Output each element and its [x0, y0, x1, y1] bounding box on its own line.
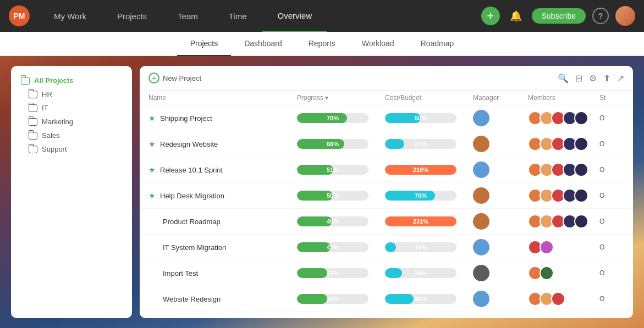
subscribe-button[interactable]: Subscribe — [532, 8, 586, 24]
members-cell — [528, 292, 599, 306]
logo[interactable]: PM — [9, 5, 30, 26]
help-button[interactable]: ? — [592, 8, 609, 24]
members-cell — [528, 214, 599, 229]
star-icon[interactable]: ★ — [148, 165, 156, 174]
member-avatar — [574, 214, 588, 229]
folder-icon-sales — [29, 132, 37, 140]
add-button[interactable]: + — [481, 7, 500, 25]
progress-bar: 42% — [297, 294, 368, 304]
members-cell — [528, 266, 599, 280]
tab-reports[interactable]: Reports — [295, 32, 349, 56]
tab-roadmap[interactable]: Roadmap — [408, 32, 467, 56]
table-row[interactable]: Import Test42%24%O — [140, 260, 633, 286]
member-avatar — [574, 188, 588, 203]
sidebar-item-sales[interactable]: Sales — [16, 129, 126, 142]
notifications-button[interactable]: 🔔 — [507, 7, 525, 25]
tab-projects[interactable]: Projects — [177, 32, 232, 56]
budget-label: 231% — [385, 216, 456, 226]
sidebar-item-it[interactable]: IT — [16, 101, 126, 115]
star-icon[interactable]: ★ — [148, 191, 156, 200]
member-avatar — [574, 163, 588, 177]
panel-header: + New Project 🔍 ⊟ ⚙ ⬆ ↗ — [140, 66, 633, 91]
project-name-text: Redesign Website — [160, 140, 218, 148]
budget-cell: 24% — [385, 268, 473, 278]
progress-label: 70% — [297, 113, 368, 123]
progress-label: 47% — [297, 242, 368, 252]
budget-bar: 27% — [385, 139, 456, 149]
progress-label: 42% — [297, 294, 368, 304]
budget-label: 40% — [385, 294, 456, 304]
budget-label: 50% — [385, 113, 456, 123]
sidebar-sales-label: Sales — [42, 131, 60, 140]
member-avatar — [574, 137, 588, 151]
table-row[interactable]: Website Redesign42%40%O — [140, 286, 633, 312]
project-name-cell: Import Test — [148, 269, 297, 277]
member-avatar — [551, 292, 565, 306]
budget-cell: 50% — [385, 113, 473, 123]
sidebar-support-label: Support — [42, 145, 67, 153]
folder-icon-hr — [29, 91, 37, 98]
user-avatar[interactable] — [615, 6, 635, 26]
filter-icon[interactable]: ⊟ — [575, 73, 582, 84]
table-row[interactable]: ★Shipping Project70%50%O — [140, 105, 633, 131]
star-icon[interactable]: ★ — [148, 114, 156, 123]
progress-cell: 51% — [297, 165, 385, 175]
progress-cell: 47% — [297, 242, 385, 252]
manager-cell — [473, 162, 528, 178]
manager-cell — [473, 239, 528, 255]
budget-cell: 15% — [385, 242, 473, 252]
project-name-cell: Website Redesign — [148, 295, 297, 303]
nav-team[interactable]: Team — [162, 0, 213, 32]
folder-icon-it — [29, 104, 37, 112]
col-progress[interactable]: Progress ▾ — [297, 94, 385, 102]
manager-cell — [473, 187, 528, 204]
export-icon[interactable]: ⬆ — [603, 73, 610, 84]
sidebar-item-all-projects[interactable]: All Projects — [16, 74, 126, 87]
panel-actions: 🔍 ⊟ ⚙ ⬆ ↗ — [558, 73, 624, 84]
members-cell — [528, 163, 599, 177]
table-row[interactable]: ★Help Desk Migration50%70%O — [140, 183, 633, 209]
manager-cell — [473, 110, 528, 126]
budget-cell: 231% — [385, 216, 473, 226]
settings-icon[interactable]: ⚙ — [589, 73, 597, 84]
sidebar-item-hr[interactable]: HR — [16, 87, 126, 101]
status-cell: O — [599, 192, 632, 199]
nav-my-work[interactable]: My Work — [38, 0, 102, 32]
table-row[interactable]: IT System Migration47%15%O — [140, 235, 633, 260]
table-row[interactable]: ★Redesign Website66%27%O — [140, 131, 633, 157]
nav-projects[interactable]: Projects — [102, 0, 162, 32]
progress-cell: 42% — [297, 294, 385, 304]
budget-bar: 40% — [385, 294, 456, 304]
star-icon[interactable]: ★ — [148, 140, 156, 148]
progress-cell: 42% — [297, 268, 385, 278]
col-name: Name — [148, 94, 297, 102]
nav-items: My Work Projects Team Time Overview — [38, 0, 481, 32]
folder-icon-marketing — [29, 118, 37, 126]
project-name-text: Import Test — [163, 269, 198, 277]
new-project-button[interactable]: + New Project — [148, 73, 201, 84]
tab-dashboard[interactable]: Dashboard — [231, 32, 295, 56]
budget-bar: 216% — [385, 165, 456, 175]
progress-cell: 50% — [297, 191, 385, 201]
manager-avatar — [473, 213, 489, 230]
table-row[interactable]: ★Release 10.1 Sprint51%216%O — [140, 157, 633, 183]
budget-label: 216% — [385, 165, 456, 175]
new-project-plus-icon: + — [148, 73, 159, 84]
sidebar-item-marketing[interactable]: Marketing — [16, 115, 126, 129]
tab-workload[interactable]: Workload — [349, 32, 408, 56]
new-project-label: New Project — [163, 74, 201, 82]
table-row[interactable]: Product Roadmap49%231%O — [140, 209, 633, 235]
nav-overview[interactable]: Overview — [262, 0, 328, 32]
sidebar-marketing-label: Marketing — [42, 118, 73, 126]
manager-avatar — [473, 162, 489, 178]
sort-icon: ▾ — [325, 94, 328, 102]
search-icon[interactable]: 🔍 — [558, 73, 569, 84]
col-manager: Manager — [473, 94, 528, 102]
sidebar-item-support[interactable]: Support — [16, 142, 126, 156]
budget-bar: 50% — [385, 113, 456, 123]
share-icon[interactable]: ↗ — [617, 73, 624, 84]
topbar: PM My Work Projects Team Time Overview +… — [0, 0, 644, 32]
topbar-right: + 🔔 Subscribe ? — [481, 6, 635, 26]
main-panel: + New Project 🔍 ⊟ ⚙ ⬆ ↗ Name Progress ▾ … — [140, 66, 633, 318]
nav-time[interactable]: Time — [213, 0, 262, 32]
